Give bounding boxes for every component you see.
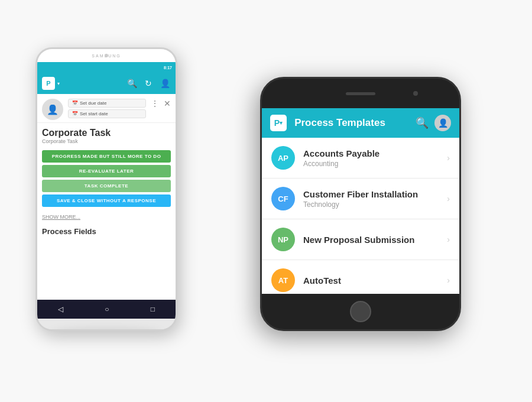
android-top-bar: SAMSUNG: [37, 49, 176, 62]
iphone-list: AP Accounts Payable Accounting › CF Cust…: [262, 138, 459, 294]
at-content: AutoTest: [303, 275, 439, 286]
android-camera: [105, 54, 108, 57]
ap-arrow: ›: [447, 153, 450, 163]
list-item[interactable]: AP Accounts Payable Accounting ›: [262, 138, 459, 179]
android-back-btn[interactable]: ◁: [58, 305, 63, 313]
close-icon[interactable]: ✕: [164, 99, 171, 108]
android-bottom-chin: [37, 319, 176, 329]
iphone-screen: P ▾ Process Templates 🔍 👤 AP Accounts Pa…: [262, 108, 459, 294]
at-arrow: ›: [447, 275, 450, 285]
cf-title: Customer Fiber Installation: [303, 189, 439, 199]
np-arrow: ›: [447, 235, 450, 244]
iphone-title: Process Templates: [270, 117, 410, 129]
iphone-home-button[interactable]: [350, 301, 371, 322]
android-phone: SAMSUNG 8:17 P ▾ 🔍 ↻ 👤 👤 📅 Set due dat: [35, 47, 177, 331]
task-avatar: 👤: [42, 99, 63, 120]
list-item[interactable]: AT AutoTest ›: [262, 260, 459, 294]
calendar2-icon: 📅: [72, 111, 78, 116]
android-app-icon[interactable]: P: [42, 77, 55, 90]
android-nav-bar: ◁ ○ □: [37, 300, 176, 319]
ap-title: Accounts Payable: [303, 148, 439, 158]
np-content: New Proposal Submission: [303, 235, 439, 245]
task-title: Corporate Task: [42, 128, 171, 138]
cf-arrow: ›: [447, 194, 450, 203]
task-subtitle: Corporate Task: [42, 138, 171, 144]
re-evaluate-btn[interactable]: RE-EVALUATE LATER: [42, 165, 171, 177]
np-icon: NP: [271, 228, 295, 251]
android-content: 👤 📅 Set due date 📅 Set start date ⋮ ✕: [37, 94, 176, 300]
np-title: New Proposal Submission: [303, 235, 439, 245]
process-fields-title: Process Fields: [37, 223, 176, 238]
iphone-search-icon[interactable]: 🔍: [416, 116, 429, 129]
ap-subtitle: Accounting: [303, 160, 439, 168]
android-profile-icon[interactable]: 👤: [159, 79, 171, 88]
set-start-date-btn[interactable]: 📅 Set start date: [68, 109, 146, 118]
ap-content: Accounts Payable Accounting: [303, 148, 439, 168]
cf-content: Customer Fiber Installation Technology: [303, 189, 439, 209]
android-home-btn[interactable]: ○: [105, 305, 109, 313]
iphone-bottom-bar: [262, 294, 459, 329]
list-item[interactable]: NP New Proposal Submission ›: [262, 219, 459, 260]
android-search-icon[interactable]: 🔍: [126, 79, 138, 88]
set-due-date-btn[interactable]: 📅 Set due date: [68, 99, 146, 108]
at-title: AutoTest: [303, 275, 439, 286]
iphone-speaker: [346, 92, 375, 95]
android-sync-icon[interactable]: ↻: [142, 79, 154, 88]
task-title-section: Corporate Task Corporate Task: [37, 123, 176, 147]
iphone-avatar[interactable]: 👤: [434, 115, 451, 131]
action-buttons: PROGRESS MADE BUT STILL MORE TO DO RE-EV…: [37, 147, 176, 210]
iphone-header: P ▾ Process Templates 🔍 👤: [262, 108, 459, 138]
android-toolbar: P ▾ 🔍 ↻ 👤: [37, 73, 176, 94]
cf-subtitle: Technology: [303, 200, 439, 209]
task-action-icons: ⋮ ✕: [151, 99, 171, 108]
more-options-icon[interactable]: ⋮: [151, 99, 159, 108]
cf-icon: CF: [271, 187, 295, 210]
list-item[interactable]: CF Customer Fiber Installation Technolog…: [262, 179, 459, 219]
ap-icon: AP: [271, 146, 295, 170]
iphone-camera: [413, 91, 418, 96]
iphone-top-bar: [262, 79, 459, 108]
android-status-bar: 8:17: [37, 62, 176, 73]
iphone: P ▾ Process Templates 🔍 👤 AP Accounts Pa…: [260, 77, 461, 331]
android-recents-btn[interactable]: □: [151, 305, 155, 313]
status-time: 8:17: [164, 66, 172, 70]
android-chevron[interactable]: ▾: [57, 81, 60, 86]
progress-btn[interactable]: PROGRESS MADE BUT STILL MORE TO DO: [42, 150, 171, 163]
calendar-icon: 📅: [72, 100, 78, 106]
task-header: 👤 📅 Set due date 📅 Set start date ⋮ ✕: [37, 94, 176, 123]
task-complete-btn[interactable]: TASK COMPLETE: [42, 180, 171, 192]
at-icon: AT: [271, 268, 295, 292]
show-more-link[interactable]: SHOW MORE...: [37, 210, 176, 223]
scene: SAMSUNG 8:17 P ▾ 🔍 ↻ 👤 👤 📅 Set due dat: [0, 0, 532, 402]
task-dates: 📅 Set due date 📅 Set start date: [68, 99, 146, 118]
save-close-btn[interactable]: SAVE & CLOSE WITHOUT A RESPONSE: [42, 194, 171, 207]
